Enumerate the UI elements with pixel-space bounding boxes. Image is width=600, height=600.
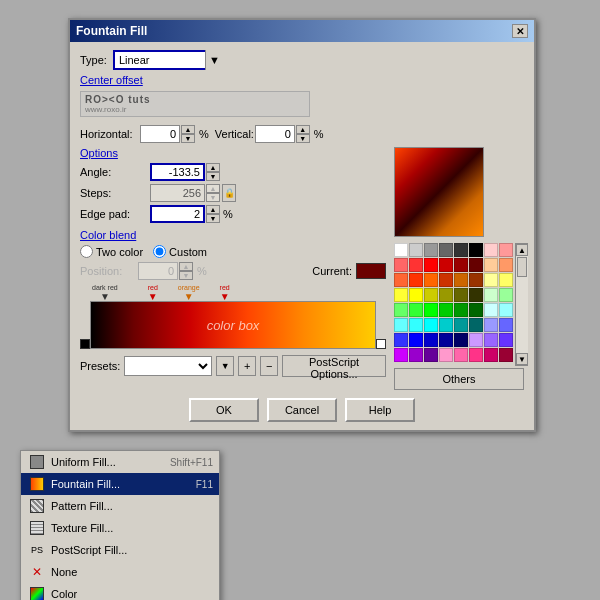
palette-color[interactable] — [499, 333, 513, 347]
marker-orange[interactable]: orange ▼ — [178, 284, 200, 302]
steps-spin-down[interactable]: ▼ — [206, 193, 220, 202]
palette-color[interactable] — [409, 333, 423, 347]
angle-spin-down[interactable]: ▼ — [206, 172, 220, 181]
help-button[interactable]: Help — [345, 398, 415, 422]
palette-color[interactable] — [454, 258, 468, 272]
angle-value[interactable] — [150, 163, 205, 181]
marker-red1[interactable]: red ▼ — [148, 284, 158, 302]
palette-color[interactable] — [469, 258, 483, 272]
palette-color[interactable] — [469, 273, 483, 287]
palette-color[interactable] — [499, 303, 513, 317]
palette-color[interactable] — [439, 288, 453, 302]
palette-color[interactable] — [484, 258, 498, 272]
palette-color[interactable] — [409, 243, 423, 257]
presets-dropdown-btn[interactable]: ▼ — [216, 356, 234, 376]
edge-pad-spin-up[interactable]: ▲ — [206, 205, 220, 214]
white-square-marker[interactable] — [376, 339, 386, 349]
horizontal-spin-up[interactable]: ▲ — [181, 125, 195, 134]
palette-color[interactable] — [484, 333, 498, 347]
palette-color[interactable] — [424, 258, 438, 272]
current-color[interactable] — [356, 263, 386, 279]
palette-color[interactable] — [454, 288, 468, 302]
ok-button[interactable]: OK — [189, 398, 259, 422]
palette-color[interactable] — [454, 243, 468, 257]
menu-item-uniform-fill-[interactable]: Uniform Fill...Shift+F11 — [21, 451, 219, 473]
presets-select[interactable] — [124, 356, 212, 376]
palette-color[interactable] — [394, 303, 408, 317]
gradient-bar[interactable]: color box — [90, 301, 376, 349]
palette-color[interactable] — [394, 243, 408, 257]
palette-color[interactable] — [499, 288, 513, 302]
edge-pad-spin-down[interactable]: ▼ — [206, 214, 220, 223]
angle-spin-up[interactable]: ▲ — [206, 163, 220, 172]
palette-color[interactable] — [424, 318, 438, 332]
palette-color[interactable] — [484, 243, 498, 257]
palette-color[interactable] — [409, 318, 423, 332]
vertical-spin-up[interactable]: ▲ — [296, 125, 310, 134]
lock-icon[interactable]: 🔒 — [222, 184, 236, 202]
others-button[interactable]: Others — [394, 368, 524, 390]
vertical-value[interactable] — [255, 125, 295, 143]
palette-color[interactable] — [439, 243, 453, 257]
palette-color[interactable] — [424, 348, 438, 362]
palette-color[interactable] — [469, 303, 483, 317]
palette-scroll-up[interactable]: ▲ — [516, 244, 528, 256]
menu-item-postscript-fill-[interactable]: PSPostScript Fill... — [21, 539, 219, 561]
palette-color[interactable] — [469, 288, 483, 302]
marker-red2[interactable]: red ▼ — [220, 284, 230, 302]
palette-color[interactable] — [484, 303, 498, 317]
palette-scroll-thumb[interactable] — [517, 257, 527, 277]
steps-value[interactable] — [150, 184, 205, 202]
menu-item-texture-fill-[interactable]: Texture Fill... — [21, 517, 219, 539]
menu-item-fountain-fill-[interactable]: Fountain Fill...F11 — [21, 473, 219, 495]
position-value[interactable] — [138, 262, 178, 280]
palette-color[interactable] — [499, 318, 513, 332]
palette-color[interactable] — [394, 258, 408, 272]
palette-scroll-down[interactable]: ▼ — [516, 353, 528, 365]
palette-color[interactable] — [484, 288, 498, 302]
palette-color[interactable] — [409, 273, 423, 287]
palette-color[interactable] — [499, 243, 513, 257]
edge-pad-value[interactable] — [150, 205, 205, 223]
palette-color[interactable] — [409, 303, 423, 317]
palette-color[interactable] — [499, 273, 513, 287]
center-offset-label[interactable]: Center offset — [80, 74, 524, 86]
palette-color[interactable] — [439, 258, 453, 272]
palette-color[interactable] — [424, 333, 438, 347]
palette-color[interactable] — [499, 258, 513, 272]
palette-color[interactable] — [394, 288, 408, 302]
palette-color[interactable] — [484, 273, 498, 287]
two-color-option[interactable]: Two color — [80, 245, 143, 258]
palette-color[interactable] — [469, 348, 483, 362]
palette-color[interactable] — [469, 333, 483, 347]
palette-color[interactable] — [394, 333, 408, 347]
postscript-button[interactable]: PostScript Options... — [282, 355, 386, 377]
position-spin-up[interactable]: ▲ — [179, 262, 193, 271]
close-button[interactable]: ✕ — [512, 24, 528, 38]
palette-color[interactable] — [439, 303, 453, 317]
vertical-spin-down[interactable]: ▼ — [296, 134, 310, 143]
palette-color[interactable] — [469, 318, 483, 332]
menu-item-pattern-fill-[interactable]: Pattern Fill... — [21, 495, 219, 517]
palette-color[interactable] — [484, 348, 498, 362]
position-spin-down[interactable]: ▼ — [179, 271, 193, 280]
palette-color[interactable] — [484, 318, 498, 332]
palette-color[interactable] — [424, 288, 438, 302]
two-color-radio[interactable] — [80, 245, 93, 258]
cancel-button[interactable]: Cancel — [267, 398, 337, 422]
palette-color[interactable] — [394, 348, 408, 362]
steps-spin-up[interactable]: ▲ — [206, 184, 220, 193]
palette-color[interactable] — [394, 318, 408, 332]
palette-color[interactable] — [454, 303, 468, 317]
palette-color[interactable] — [454, 333, 468, 347]
palette-color[interactable] — [439, 318, 453, 332]
palette-color[interactable] — [409, 288, 423, 302]
type-select[interactable]: Linear Radial Conical Square — [113, 50, 223, 70]
palette-color[interactable] — [394, 273, 408, 287]
presets-remove-btn[interactable]: − — [260, 356, 278, 376]
palette-color[interactable] — [424, 273, 438, 287]
palette-color[interactable] — [454, 318, 468, 332]
menu-item-none[interactable]: ✕None — [21, 561, 219, 583]
palette-color[interactable] — [439, 333, 453, 347]
palette-color[interactable] — [424, 243, 438, 257]
